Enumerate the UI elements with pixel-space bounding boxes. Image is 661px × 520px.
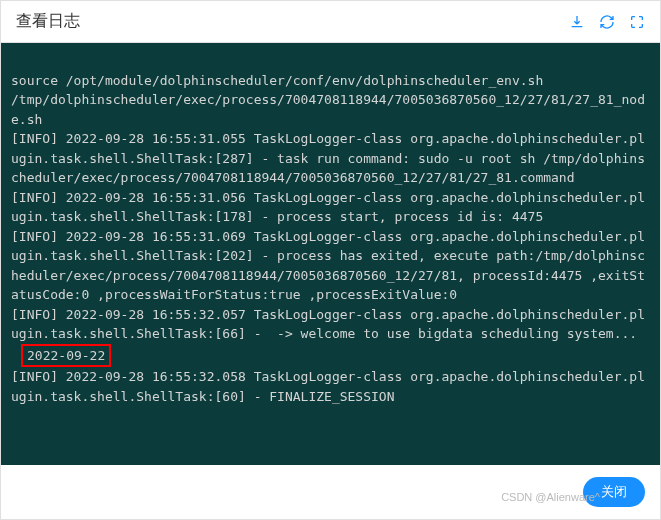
log-line: [INFO] 2022-09-28 16:55:31.056 TaskLogLo… bbox=[11, 190, 645, 225]
log-modal: 查看日志 source /opt/module/dolphinscheduler… bbox=[0, 0, 661, 520]
download-icon[interactable] bbox=[569, 14, 585, 30]
log-line: source /opt/module/dolphinscheduler/conf… bbox=[11, 73, 543, 88]
modal-title: 查看日志 bbox=[16, 11, 80, 32]
watermark: CSDN @Alienware^ bbox=[501, 491, 600, 503]
modal-footer: CSDN @Alienware^ 关闭 bbox=[1, 465, 660, 519]
fullscreen-icon[interactable] bbox=[629, 14, 645, 30]
header-actions bbox=[569, 14, 645, 30]
log-line: [INFO] 2022-09-28 16:55:31.069 TaskLogLo… bbox=[11, 229, 645, 303]
log-line: /tmp/dolphinscheduler/exec/process/70047… bbox=[11, 92, 645, 127]
log-line: [INFO] 2022-09-28 16:55:31.055 TaskLogLo… bbox=[11, 131, 645, 185]
highlighted-date: 2022-09-22 bbox=[21, 344, 111, 368]
log-line: [INFO] 2022-09-28 16:55:32.057 TaskLogLo… bbox=[11, 307, 645, 342]
log-content[interactable]: source /opt/module/dolphinscheduler/conf… bbox=[1, 43, 660, 465]
refresh-icon[interactable] bbox=[599, 14, 615, 30]
log-line: [INFO] 2022-09-28 16:55:32.058 TaskLogLo… bbox=[11, 369, 645, 404]
modal-header: 查看日志 bbox=[1, 1, 660, 43]
